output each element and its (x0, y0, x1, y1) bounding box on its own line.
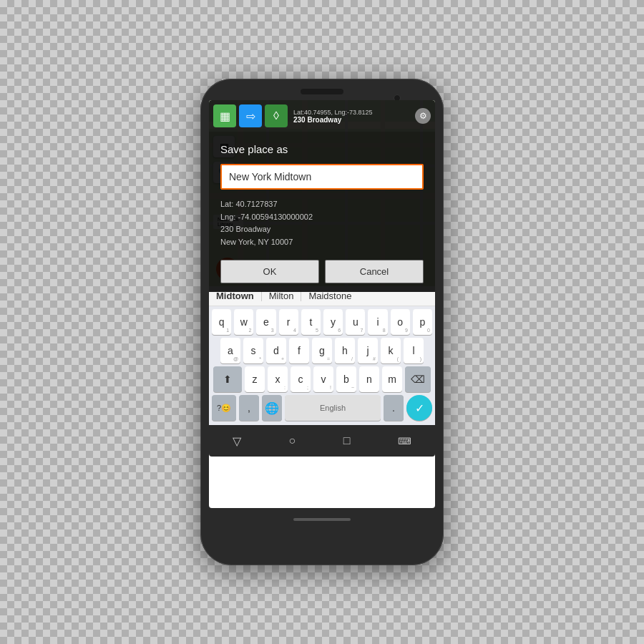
key-i[interactable]: i8 (368, 309, 387, 335)
key-u[interactable]: u7 (346, 309, 365, 335)
dialog-input-wrapper (220, 164, 424, 198)
dialog-address2: New York, NY 10007 (220, 236, 424, 249)
key-c[interactable]: c; (291, 366, 311, 392)
key-period[interactable]: . (384, 395, 404, 421)
phone-home-bar (209, 512, 435, 527)
share-icon[interactable]: ⇨ (239, 104, 262, 127)
bottom-navigation: ▽ ○ □ ⌨ (209, 425, 435, 457)
backspace-key[interactable]: ⌫ (405, 366, 431, 392)
bookmark-icon[interactable]: ◊ (265, 104, 288, 127)
keyboard-area: Midtown Milton Maidstone q1 w2 e3 r4 t5 … (209, 286, 435, 425)
nav-home[interactable]: ○ (289, 434, 296, 447)
enter-key[interactable]: ✓ (406, 395, 432, 421)
space-key[interactable]: English (285, 395, 381, 421)
dialog-lat: Lat: 40.7127837 (220, 198, 424, 211)
dialog-lng: Lng: -74.00594130000002 (220, 211, 424, 224)
key-f[interactable]: f (289, 338, 309, 364)
keyboard-row-1: q1 w2 e3 r4 t5 y6 u7 i8 o9 p0 (212, 309, 432, 335)
key-x[interactable]: x: (268, 366, 288, 392)
key-n[interactable]: n (359, 366, 379, 392)
key-r[interactable]: r4 (279, 309, 298, 335)
key-d[interactable]: d+ (266, 338, 286, 364)
copy-icon[interactable]: ▦ (213, 104, 236, 127)
dialog-address1: 230 Broadway (220, 223, 424, 236)
key-globe[interactable]: 🌐 (262, 395, 282, 421)
toolbar-coords: Lat:40.74955, Lng:-73.8125 (293, 109, 412, 116)
key-b[interactable]: b~ (336, 366, 356, 392)
key-a[interactable]: a@ (220, 338, 240, 364)
dialog-buttons: OK Cancel (220, 260, 424, 283)
key-t[interactable]: t5 (301, 309, 321, 335)
cancel-button[interactable]: Cancel (325, 260, 424, 283)
key-p[interactable]: p0 (413, 309, 432, 335)
key-l[interactable]: l) (404, 338, 424, 364)
keyboard-row-2: a@ s* d+ f g= h/ j# k( l) (212, 338, 432, 364)
keyboard-row-3: ⬆ z x: c; v! b~ n m ⌫ (212, 366, 432, 392)
key-k[interactable]: k( (381, 338, 401, 364)
key-h[interactable]: h/ (335, 338, 355, 364)
phone-speaker (301, 89, 343, 94)
home-indicator (293, 518, 351, 521)
shift-key[interactable]: ⬆ (213, 366, 242, 392)
dialog-location-info: Lat: 40.7127837 Lng: -74.00594130000002 … (220, 198, 424, 248)
key-comma[interactable]: , (239, 395, 259, 421)
phone-device: ▦ ⇨ ◊ Lat:40.74955, Lng:-73.8125 230 Bro… (200, 79, 444, 565)
key-y[interactable]: y6 (323, 309, 343, 335)
dialog-title: Save place as (220, 143, 424, 155)
key-v[interactable]: v! (313, 366, 333, 392)
key-s[interactable]: s* (243, 338, 263, 364)
key-special[interactable]: ?😊 (212, 395, 236, 421)
keyboard-row-4: ?😊 , 🌐 English . ✓ (212, 395, 432, 421)
key-j[interactable]: j# (358, 338, 378, 364)
map-toolbar: ▦ ⇨ ◊ Lat:40.74955, Lng:-73.8125 230 Bro… (209, 100, 435, 132)
phone-screen: ▦ ⇨ ◊ Lat:40.74955, Lng:-73.8125 230 Bro… (209, 100, 435, 508)
key-w[interactable]: w2 (234, 309, 253, 335)
key-e[interactable]: e3 (256, 309, 275, 335)
nav-keyboard-toggle[interactable]: ⌨ (398, 436, 411, 447)
place-name-input[interactable] (220, 164, 424, 190)
keyboard: q1 w2 e3 r4 t5 y6 u7 i8 o9 p0 a@ s* d+ f (209, 306, 435, 425)
toolbar-location-info: Lat:40.74955, Lng:-73.8125 230 Broadway (291, 109, 412, 124)
nav-recents[interactable]: □ (343, 434, 351, 447)
key-m[interactable]: m (382, 366, 402, 392)
toolbar-address: 230 Broadway (293, 116, 412, 124)
save-place-dialog: Save place as Lat: 40.7127837 Lng: -74.0… (209, 132, 435, 292)
nav-back[interactable]: ▽ (233, 434, 241, 448)
key-q[interactable]: q1 (212, 309, 231, 335)
ok-button[interactable]: OK (220, 260, 319, 283)
key-g[interactable]: g= (312, 338, 332, 364)
key-z[interactable]: z (245, 366, 265, 392)
settings-icon[interactable]: ⚙ (415, 108, 431, 124)
key-o[interactable]: o9 (391, 309, 410, 335)
